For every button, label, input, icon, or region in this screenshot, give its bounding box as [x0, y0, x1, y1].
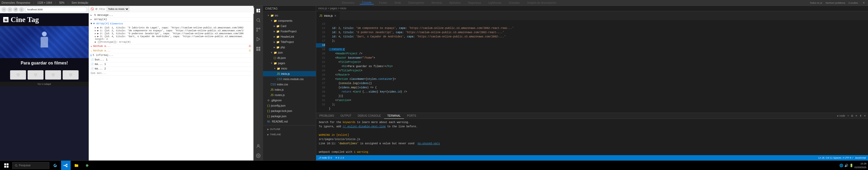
activity-extensions[interactable]	[253, 44, 263, 54]
array-item-2: ▶ ▶ 2: {id: 3, titulo: 'O poderoso JavaS…	[95, 32, 243, 35]
console-file-line-2: 📄 ma... 1	[91, 62, 252, 67]
tab-rede[interactable]: Rede	[392, 1, 403, 4]
tree-item-timeline[interactable]: ▶ TIMELINE	[263, 132, 316, 137]
file-link[interactable]: Elementos	[110, 23, 123, 25]
git-branch[interactable]: ⎇ node ⓪ 0	[318, 156, 332, 160]
tree-item-index-css[interactable]: CSS index.css	[263, 82, 316, 87]
forward-button[interactable]: ›	[7, 7, 12, 12]
activity-settings[interactable]	[253, 151, 263, 161]
console-error-text: Nenhum a...	[93, 45, 111, 48]
tree-item-src[interactable]: ▼ 📁 src	[263, 13, 316, 18]
tab-fontes[interactable]: Fontes	[377, 1, 390, 4]
activity-explorer[interactable]	[253, 6, 263, 15]
code-line-16: };	[329, 39, 335, 42]
expand-arrow[interactable]: ▼	[91, 22, 92, 25]
tab-console[interactable]: Console	[360, 1, 374, 4]
taskbar-explorer[interactable]	[72, 161, 81, 170]
tree-item-indexjs[interactable]: JS index.js	[263, 87, 316, 92]
line-col-info[interactable]: Ln 18, Col 11 Spaces: 4 UTF-8 ✓ JavaScri…	[818, 157, 866, 159]
taskbar-edge[interactable]	[51, 161, 60, 170]
activity-search[interactable]	[253, 15, 263, 25]
activity-debug[interactable]	[253, 34, 263, 44]
code-line-27: {videos.map((video) => {	[329, 86, 377, 89]
code-content[interactable]: id: 2, titulo: 'Um componente no espaço'…	[327, 21, 868, 113]
warning-icon: ⚠	[91, 49, 92, 53]
tab-output[interactable]: OUTPUT	[337, 113, 354, 119]
taskbar-chrome[interactable]	[82, 161, 92, 170]
file-1: bun... 1	[95, 58, 107, 61]
error-warning-count[interactable]: ✕ 0 ⚠ 0	[335, 157, 344, 159]
cine-card-4[interactable]: ♡	[63, 70, 79, 79]
tree-item-card[interactable]: ▶ 📁 Card	[263, 23, 316, 29]
tree-item-iniciofs[interactable]: JS inicio.js	[263, 71, 316, 76]
clear-console[interactable]: ⊘	[95, 7, 97, 10]
tab-problems[interactable]: PROBLEMS	[316, 113, 337, 119]
tree-item-inicio-module-css[interactable]: CSS inicio.module.css	[263, 76, 316, 82]
tab-insights[interactable]: Insights de desempenho	[525, 1, 558, 4]
tree-item-jsconfig[interactable]: { } jsconfig.json	[263, 103, 316, 108]
terminal-line-1: Search for the keywords to learn more ab…	[319, 121, 865, 125]
cine-card-2[interactable]: ♡	[28, 70, 43, 79]
home-button[interactable]: ⌂	[19, 7, 24, 12]
file-label: package-lock.json	[271, 109, 292, 112]
svg-rect-12	[258, 49, 260, 51]
tree-item-titleproject[interactable]: ▶ 📁 TitleProject	[263, 39, 316, 44]
css-file-icon: CSS	[271, 83, 276, 86]
log-levels-select[interactable]: Todos os níveis	[107, 7, 129, 11]
tab-memoria[interactable]: Memória	[430, 1, 444, 4]
tree-item-package-lock[interactable]: { } package-lock.json	[263, 108, 316, 113]
cine-header: 🎬 Cine Tag	[0, 13, 89, 26]
tab-ports[interactable]: PORTS	[404, 113, 420, 119]
tab-seguranca[interactable]: Segurança	[466, 1, 483, 4]
split-terminal[interactable]: ⊞	[851, 114, 853, 117]
activity-account[interactable]	[253, 141, 263, 151]
taskbar-vscode[interactable]	[61, 161, 71, 170]
tree-item-components[interactable]: ▼ 📁 components	[263, 18, 316, 23]
tree-item-footerproject[interactable]: ▶ 📁 FooterProject	[263, 29, 316, 34]
url-bar[interactable]	[25, 7, 87, 12]
tree-item-packagejson[interactable]: { } package.json	[263, 113, 316, 119]
close-tab-icon[interactable]: ✕	[334, 14, 336, 17]
tree-item-headerlink[interactable]: ▶ 📁 HeaderLink	[263, 34, 316, 39]
refresh-button[interactable]: ↺	[13, 7, 18, 12]
tab-lighthouse[interactable]: Lighthouse	[486, 1, 503, 4]
maximize-terminal[interactable]: ⬆	[860, 114, 862, 117]
tab-desempenho[interactable]: Desempenho	[406, 1, 426, 4]
kill-terminal[interactable]: ✕	[855, 114, 857, 117]
tree-item-routesjs[interactable]: JS routes.js	[263, 92, 316, 98]
back-button[interactable]: ‹	[2, 7, 6, 12]
no-unused-vars-link[interactable]: no-unused-vars	[417, 142, 440, 145]
status-left: ⎇ node ⓪ 0 ✕ 0 ⚠ 0	[318, 156, 344, 160]
cine-card-1[interactable]: ♡	[10, 70, 26, 79]
cine-cards-row: ♡ ♡ ♡ ♡	[0, 68, 89, 82]
tree-item-inicio-folder[interactable]: ▼ 📁 inicio	[263, 66, 316, 71]
add-terminal[interactable]: +	[847, 114, 849, 117]
tab-terminal[interactable]: TERMINAL	[384, 113, 404, 119]
tab-debug[interactable]: DEBUG CONSOLE	[354, 113, 384, 119]
tree-item-dbjson[interactable]: { } db.json	[263, 55, 316, 61]
code-line-21: <TitleProject>	[329, 61, 361, 64]
ln-17: 17	[316, 39, 325, 43]
tree-item-readme[interactable]: M↓ README.md	[263, 119, 316, 124]
tab-elements[interactable]: Elementos	[340, 1, 356, 4]
tab-aplicativo[interactable]: Aplicativo	[447, 1, 463, 4]
tree-item-gitignore[interactable]: ⚙ .gitignore	[263, 98, 316, 103]
svg-line-4	[259, 21, 260, 22]
start-button[interactable]	[2, 161, 11, 170]
cine-card-3[interactable]: ♡	[45, 70, 61, 79]
code-line-23: </TitleProject>	[329, 69, 362, 72]
activity-source-control[interactable]	[253, 25, 263, 34]
tab-gravador[interactable]: Gravador	[507, 1, 522, 4]
close-terminal[interactable]: ✕	[864, 114, 866, 117]
tree-item-php[interactable]: ▶ 📁 php	[263, 44, 316, 50]
file-3: ma... 2	[95, 67, 106, 70]
svg-point-3	[257, 19, 259, 22]
editor-tab-iniciofs[interactable]: JS inicio.js ✕	[316, 11, 340, 20]
terminal-warning-header: WARNING in [eslint]	[319, 133, 865, 137]
code-line-22: <h1>Para guardar os filmes!</h1>	[329, 65, 393, 68]
close-btn[interactable]: ✕	[861, 1, 866, 4]
taskbar-search[interactable]: Pesquisar	[12, 162, 50, 169]
tree-item-outline[interactable]: ▶ OUTLINE	[263, 127, 316, 132]
tree-item-json-folder[interactable]: ▼ 📁 json	[263, 50, 316, 55]
tree-item-pages[interactable]: ▼ 📁 pages	[263, 61, 316, 66]
